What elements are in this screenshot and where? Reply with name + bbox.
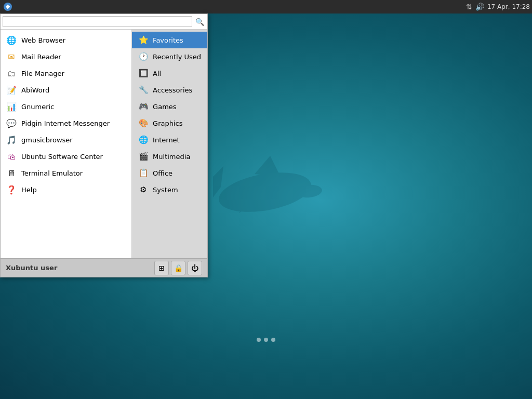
app-item-abiword[interactable]: 📝 AbiWord xyxy=(1,82,131,98)
apps-panel: 🌐 Web Browser ✉ Mail Reader 🗂 File Manag… xyxy=(1,30,132,258)
internet-category-label: Internet xyxy=(153,136,180,144)
loading-dots xyxy=(257,338,275,342)
network-icon: ⇅ xyxy=(466,3,472,11)
svg-marker-2 xyxy=(255,156,281,177)
internet-category-icon: 🌐 xyxy=(138,135,149,145)
category-item-system[interactable]: ⚙ System xyxy=(132,181,207,198)
office-category-icon: 📋 xyxy=(138,168,149,178)
username-label: Xubuntu user xyxy=(6,264,57,272)
footer-buttons: ⊞ 🔒 ⏻ xyxy=(154,261,202,275)
app-item-pidgin[interactable]: 💬 Pidgin Internet Messenger xyxy=(1,115,131,131)
taskbar-datetime: 17 Apr, 17:28 xyxy=(487,3,530,10)
loading-dot-1 xyxy=(257,338,261,342)
app-item-help[interactable]: ❓ Help xyxy=(1,181,131,198)
terminal-emulator-icon: 🖥 xyxy=(6,167,17,179)
search-bar: 🔍 xyxy=(1,14,207,30)
lock-screen-button[interactable]: 🔒 xyxy=(171,261,185,275)
volume-icon: 🔊 xyxy=(475,3,484,11)
app-menu: 🔍 🌐 Web Browser ✉ Mail Reader 🗂 File Man… xyxy=(0,14,208,277)
games-category-label: Games xyxy=(153,103,176,111)
shark-decoration xyxy=(208,145,322,229)
category-item-office[interactable]: 📋 Office xyxy=(132,165,207,181)
gnumeric-icon: 📊 xyxy=(6,101,17,112)
app-item-gnumeric[interactable]: 📊 Gnumeric xyxy=(1,98,131,115)
graphics-category-icon: 🎨 xyxy=(138,118,149,128)
loading-dot-2 xyxy=(264,338,268,342)
taskbar: ⇅ 🔊 17 Apr, 17:28 xyxy=(0,0,532,14)
categories-panel: ⭐ Favorites 🕐 Recently Used 🔲 All 🔧 Acce… xyxy=(132,30,207,258)
search-input[interactable] xyxy=(3,16,192,27)
recently-used-category-label: Recently Used xyxy=(153,53,201,61)
loading-dot-3 xyxy=(271,338,275,342)
multimedia-category-icon: 🎬 xyxy=(138,151,149,162)
taskbar-left xyxy=(2,1,14,12)
system-category-label: System xyxy=(153,186,178,194)
category-item-multimedia[interactable]: 🎬 Multimedia xyxy=(132,148,207,165)
category-item-all[interactable]: 🔲 All xyxy=(132,65,207,82)
category-item-games[interactable]: 🎮 Games xyxy=(132,98,207,115)
svg-point-6 xyxy=(6,5,9,8)
all-category-label: All xyxy=(153,70,161,77)
favorites-category-label: Favorites xyxy=(153,36,183,44)
mail-reader-label: Mail Reader xyxy=(21,53,61,61)
abiword-icon: 📝 xyxy=(6,84,17,96)
switch-user-button[interactable]: ⊞ xyxy=(154,261,169,275)
gmusicbrowser-icon: 🎵 xyxy=(6,134,17,145)
accessories-category-icon: 🔧 xyxy=(138,85,149,95)
file-manager-icon: 🗂 xyxy=(6,68,17,79)
multimedia-category-label: Multimedia xyxy=(153,153,190,161)
favorites-category-icon: ⭐ xyxy=(138,35,149,45)
web-browser-label: Web Browser xyxy=(21,36,65,44)
menu-body: 🌐 Web Browser ✉ Mail Reader 🗂 File Manag… xyxy=(1,30,207,258)
accessories-category-label: Accessories xyxy=(153,86,192,94)
app-item-terminal-emulator[interactable]: 🖥 Terminal Emulator xyxy=(1,165,131,181)
web-browser-icon: 🌐 xyxy=(6,34,17,46)
app-item-file-manager[interactable]: 🗂 File Manager xyxy=(1,65,131,82)
ubuntu-software-center-icon: 🛍 xyxy=(6,151,17,162)
category-item-recently-used[interactable]: 🕐 Recently Used xyxy=(132,48,207,65)
taskbar-right: ⇅ 🔊 17 Apr, 17:28 xyxy=(466,3,530,11)
category-item-favorites[interactable]: ⭐ Favorites xyxy=(132,32,207,48)
search-button[interactable]: 🔍 xyxy=(194,17,205,27)
mail-reader-icon: ✉ xyxy=(6,51,17,62)
taskbar-logo-button[interactable] xyxy=(2,1,14,12)
help-icon: ❓ xyxy=(6,184,17,195)
terminal-emulator-label: Terminal Emulator xyxy=(21,169,83,177)
all-category-icon: 🔲 xyxy=(138,68,149,78)
power-button[interactable]: ⏻ xyxy=(188,261,202,275)
file-manager-label: File Manager xyxy=(21,70,64,77)
app-item-gmusicbrowser[interactable]: 🎵 gmusicbrowser xyxy=(1,131,131,148)
category-item-accessories[interactable]: 🔧 Accessories xyxy=(132,82,207,98)
games-category-icon: 🎮 xyxy=(138,101,149,112)
app-item-mail-reader[interactable]: ✉ Mail Reader xyxy=(1,48,131,65)
ubuntu-software-center-label: Ubuntu Software Center xyxy=(21,153,103,161)
pidgin-icon: 💬 xyxy=(6,117,17,129)
help-label: Help xyxy=(21,186,37,194)
abiword-label: AbiWord xyxy=(21,86,49,94)
gmusicbrowser-label: gmusicbrowser xyxy=(21,136,73,144)
app-item-ubuntu-software-center[interactable]: 🛍 Ubuntu Software Center xyxy=(1,148,131,165)
pidgin-label: Pidgin Internet Messenger xyxy=(21,119,110,127)
office-category-label: Office xyxy=(153,169,172,177)
graphics-category-label: Graphics xyxy=(153,119,182,127)
recently-used-category-icon: 🕐 xyxy=(138,51,149,62)
category-item-graphics[interactable]: 🎨 Graphics xyxy=(132,115,207,131)
menu-footer: Xubuntu user ⊞ 🔒 ⏻ xyxy=(1,258,207,277)
gnumeric-label: Gnumeric xyxy=(21,103,54,111)
category-item-internet[interactable]: 🌐 Internet xyxy=(132,131,207,148)
system-category-icon: ⚙ xyxy=(138,184,149,195)
app-item-web-browser[interactable]: 🌐 Web Browser xyxy=(1,32,131,48)
